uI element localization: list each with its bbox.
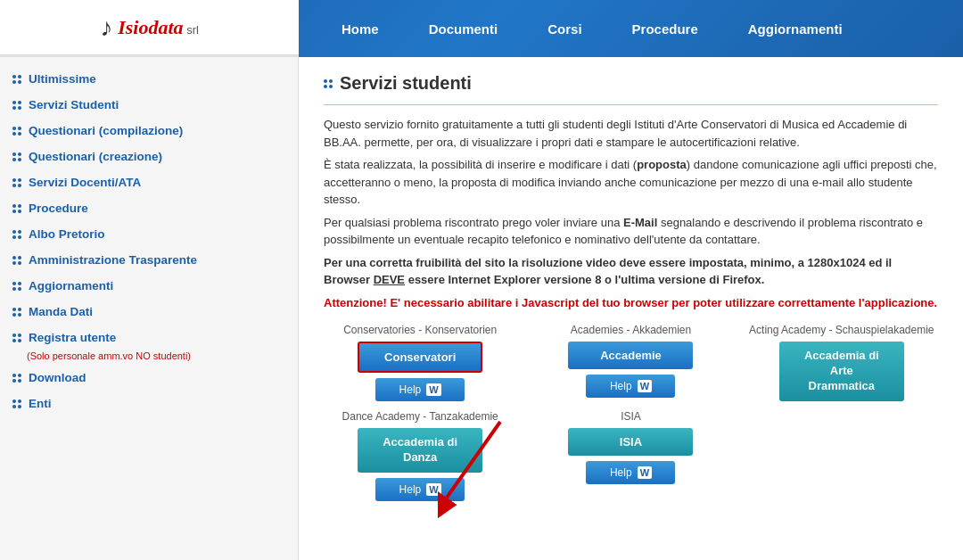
main-nav: Home Documenti Corsi Procedure Aggiornam… — [299, 0, 963, 57]
description-block: Questo servizio fornito gratuitamente a … — [324, 104, 938, 311]
sidebar-item-registra-utente[interactable]: Registra utente — [0, 325, 298, 350]
dot-grid-icon — [12, 127, 21, 136]
sidebar-item-questionari-creazione[interactable]: Questionari (creazione) — [0, 144, 298, 169]
dot-grid-icon — [12, 308, 21, 317]
desc-email: E-Mail — [623, 216, 657, 229]
dot-grid-icon — [12, 399, 21, 408]
desc-p2: È stata realizzata, la possibilità di in… — [324, 156, 938, 209]
help-label-conservatori: Help — [399, 383, 422, 396]
sidebar-registra-note: (Solo personale amm.vo NO studenti) — [0, 350, 298, 365]
sidebar-label-aggiornamenti: Aggiornamenti — [29, 279, 113, 292]
sidebar-item-procedure[interactable]: Procedure — [0, 195, 298, 221]
nav-documenti[interactable]: Documenti — [404, 0, 523, 57]
btn-arte-drammatica[interactable]: Accademia di Arte Drammatica — [779, 342, 904, 401]
logo-text-group: Isiodata srl — [118, 16, 199, 39]
sidebar-label-download: Download — [29, 371, 86, 384]
dot-grid-icon — [12, 230, 21, 239]
sidebar-label-manda-dati: Manda Dati — [29, 305, 93, 318]
btn-label-isia: ISIA — [621, 410, 641, 423]
btn-isia[interactable]: ISIA — [568, 428, 693, 456]
sidebar-label-procedure: Procedure — [29, 202, 88, 215]
dot-grid-icon — [12, 334, 21, 342]
main-content: Servizi studenti Questo servizio fornito… — [299, 57, 963, 560]
sidebar-label-amministrazione-trasparente: Amministrazione Trasparente — [29, 253, 197, 267]
sidebar-item-download[interactable]: Download — [0, 365, 298, 391]
dot-grid-icon — [12, 75, 21, 84]
desc-p3: Per qualsiasi problema riscontrato prego… — [324, 214, 938, 249]
sidebar-item-servizi-docenti[interactable]: Servizi Docenti/ATA — [0, 169, 298, 195]
logo-name: Isiodata — [118, 16, 183, 38]
desc-p3-a: Per qualsiasi problema riscontrato prego… — [324, 216, 623, 229]
logo-srl: srl — [186, 23, 199, 37]
page-title: Servizi studenti — [324, 73, 938, 94]
sidebar: Ultimissime Servizi Studenti Questionari… — [0, 57, 299, 560]
arrow-indicator — [438, 413, 518, 523]
sidebar-item-enti[interactable]: Enti — [0, 391, 298, 416]
btn-conservatori[interactable]: Conservatori — [358, 342, 482, 373]
logo-row: ♪ Isiodata srl — [100, 13, 199, 42]
sidebar-label-questionari-creazione: Questionari (creazione) — [29, 150, 162, 163]
alert-text: Attenzione! E' necessario abilitare i Ja… — [324, 294, 938, 312]
dot-grid-icon — [12, 101, 21, 110]
btn-label-arte-drammatica: Acting Academy - Schauspielakademie — [749, 324, 934, 336]
desc-p4-c: essere Internet Explorer versione 8 o l'… — [405, 273, 764, 286]
sidebar-label-servizi-studenti: Servizi Studenti — [29, 98, 119, 111]
dot-grid-icon — [12, 374, 21, 383]
desc-p2-a: È stata realizzata, la possibilità di in… — [324, 158, 637, 171]
sidebar-item-aggiornamenti[interactable]: Aggiornamenti — [0, 273, 298, 299]
btn-help-accademie[interactable]: Help W — [586, 375, 675, 398]
title-dots-icon — [324, 79, 333, 88]
sidebar-item-albo-pretorio[interactable]: Albo Pretorio — [0, 221, 298, 247]
btn-help-conservatori[interactable]: Help W — [375, 378, 465, 401]
btn-cell-isia: ISIA ISIA Help W — [534, 410, 727, 501]
sidebar-label-servizi-docenti: Servizi Docenti/ATA — [29, 176, 141, 189]
help-w-icon-isia: W — [638, 466, 652, 479]
sidebar-item-questionari-compilazione[interactable]: Questionari (compilazione) — [0, 118, 298, 144]
desc-p4: Per una corretta fruibilità del sito la … — [324, 254, 938, 289]
desc-deve: DEVE — [374, 273, 405, 286]
layout: Ultimissime Servizi Studenti Questionari… — [0, 57, 963, 560]
dot-grid-icon — [12, 282, 21, 291]
sidebar-item-amministrazione-trasparente[interactable]: Amministrazione Trasparente — [0, 247, 298, 273]
sidebar-label-registra-utente: Registra utente — [29, 331, 116, 344]
sidebar-item-manda-dati[interactable]: Manda Dati — [0, 299, 298, 325]
btn-accademie[interactable]: Accademie — [568, 342, 693, 369]
sidebar-label-albo-pretorio: Albo Pretorio — [29, 227, 105, 241]
music-note-icon: ♪ — [100, 13, 112, 42]
sidebar-item-servizi-studenti[interactable]: Servizi Studenti — [0, 92, 298, 118]
logo-area: ♪ Isiodata srl — [0, 0, 299, 57]
sidebar-label-ultimissime: Ultimissime — [29, 72, 96, 86]
dot-grid-icon — [12, 178, 21, 187]
header: ♪ Isiodata srl Home Documenti Corsi Proc… — [0, 0, 963, 57]
help-label-danza: Help — [399, 483, 422, 496]
nav-corsi[interactable]: Corsi — [523, 0, 606, 57]
btn-label-conservatori: Conservatories - Konservatorien — [343, 324, 497, 336]
nav-procedure[interactable]: Procedure — [607, 0, 723, 57]
help-w-icon-accademie: W — [638, 380, 652, 392]
sidebar-label-enti: Enti — [29, 397, 52, 410]
sidebar-item-ultimissime[interactable]: Ultimissime — [0, 66, 298, 92]
nav-aggiornamenti[interactable]: Aggiornamenti — [723, 0, 868, 57]
desc-p1: Questo servizio fornito gratuitamente a … — [324, 116, 938, 151]
btn-help-isia[interactable]: Help W — [586, 461, 675, 484]
desc-proposta: proposta — [637, 158, 687, 171]
btn-label-accademie: Academies - Akkademien — [571, 324, 691, 336]
logo-inner: ♪ Isiodata srl — [100, 13, 199, 42]
service-buttons-grid: Conservatories - Konservatorien Conserva… — [324, 324, 938, 501]
nav-home[interactable]: Home — [317, 0, 404, 57]
svg-line-1 — [447, 422, 500, 498]
dot-grid-icon — [12, 152, 21, 161]
dot-grid-icon — [12, 256, 21, 265]
btn-cell-arte-drammatica: Acting Academy - Schauspielakademie Acca… — [745, 324, 938, 401]
help-w-icon-conservatori: W — [426, 383, 440, 396]
help-label-isia: Help — [610, 466, 632, 479]
btn-cell-accademie: Academies - Akkademien Accademie Help W — [534, 324, 727, 401]
arrow-svg — [438, 413, 518, 520]
btn-cell-conservatori: Conservatories - Konservatorien Conserva… — [324, 324, 516, 401]
help-label-accademie: Help — [610, 380, 632, 392]
sidebar-label-questionari-compilazione: Questionari (compilazione) — [29, 124, 183, 137]
dot-grid-icon — [12, 204, 21, 213]
